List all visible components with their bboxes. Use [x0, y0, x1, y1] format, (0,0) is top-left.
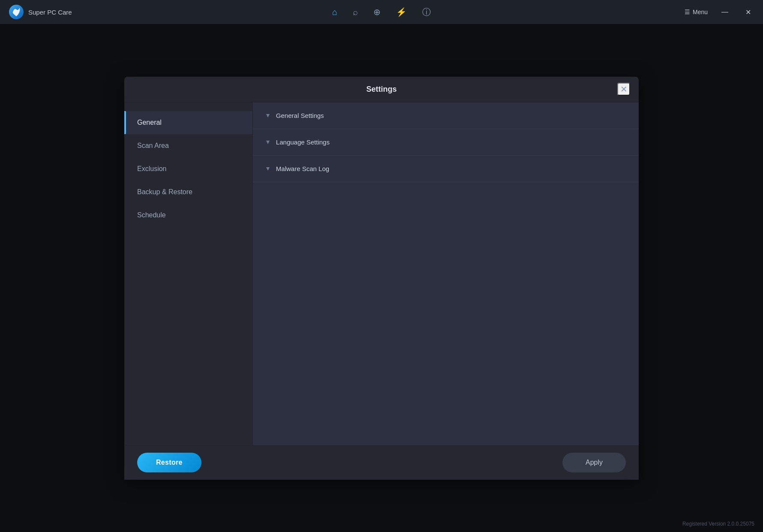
malware-scan-log-section: ▼ Malware Scan Log [253, 156, 639, 182]
sidebar-item-exclusion[interactable]: Exclusion [124, 157, 252, 180]
general-settings-title: General Settings [276, 112, 324, 119]
restore-button[interactable]: Restore [137, 453, 201, 472]
version-text: Registered Version 2.0.0.25075 [682, 521, 754, 527]
modal-title: Settings [366, 85, 397, 94]
apply-button[interactable]: Apply [562, 453, 626, 472]
general-settings-header[interactable]: ▼ General Settings [253, 102, 639, 129]
chevron-general-icon: ▼ [265, 112, 271, 119]
sidebar-item-general[interactable]: General [124, 111, 252, 134]
nav-search-icon[interactable]: ⌕ [353, 7, 358, 17]
settings-content: ▼ General Settings ▼ Language Settings ▼ [253, 102, 639, 445]
window-controls: ☰ Menu — ✕ [685, 6, 754, 18]
sidebar-item-backup-restore[interactable]: Backup & Restore [124, 180, 252, 204]
nav-globe-icon[interactable]: ⊕ [373, 7, 381, 17]
app-logo: Super PC Care [9, 4, 72, 20]
modal-overlay: Settings ✕ General Scan Area Exclusion [0, 24, 763, 532]
sidebar-label-schedule: Schedule [137, 211, 166, 219]
sidebar-label-general: General [137, 119, 162, 126]
malware-scan-log-title: Malware Scan Log [276, 165, 329, 172]
sidebar-item-schedule[interactable]: Schedule [124, 204, 252, 227]
modal-body: General Scan Area Exclusion Backup & Res… [124, 102, 639, 445]
menu-label: Menu [693, 9, 708, 15]
nav-home-icon[interactable]: ⌂ [332, 7, 337, 17]
language-settings-header[interactable]: ▼ Language Settings [253, 129, 639, 155]
menu-button[interactable]: ☰ Menu [685, 9, 708, 15]
nav-info-icon[interactable]: ⓘ [422, 6, 431, 18]
language-settings-section: ▼ Language Settings [253, 129, 639, 156]
app-name: Super PC Care [28, 9, 72, 16]
settings-modal: Settings ✕ General Scan Area Exclusion [124, 77, 639, 480]
modal-close-button[interactable]: ✕ [617, 83, 630, 96]
modal-footer: Restore Apply [124, 445, 639, 480]
sidebar-label-exclusion: Exclusion [137, 165, 166, 173]
language-settings-title: Language Settings [276, 138, 330, 146]
titlebar: Super PC Care ⌂ ⌕ ⊕ ⚡ ⓘ ☰ Menu — ✕ [0, 0, 763, 24]
chevron-malware-icon: ▼ [265, 165, 271, 172]
general-settings-section: ▼ General Settings [253, 102, 639, 129]
chevron-language-icon: ▼ [265, 138, 271, 145]
nav-rocket-icon[interactable]: ⚡ [396, 7, 407, 17]
modal-header: Settings ✕ [124, 77, 639, 102]
malware-scan-log-header[interactable]: ▼ Malware Scan Log [253, 156, 639, 182]
minimize-button[interactable]: — [718, 6, 732, 18]
sidebar-item-scan-area[interactable]: Scan Area [124, 134, 252, 157]
app-body: Settings ✕ General Scan Area Exclusion [0, 24, 763, 532]
menu-icon: ☰ [685, 9, 690, 15]
settings-sidebar: General Scan Area Exclusion Backup & Res… [124, 102, 253, 445]
nav-bar: ⌂ ⌕ ⊕ ⚡ ⓘ [332, 6, 431, 18]
sidebar-label-backup-restore: Backup & Restore [137, 188, 192, 196]
logo-icon [9, 4, 24, 20]
sidebar-label-scan-area: Scan Area [137, 142, 169, 150]
close-window-button[interactable]: ✕ [742, 6, 754, 18]
